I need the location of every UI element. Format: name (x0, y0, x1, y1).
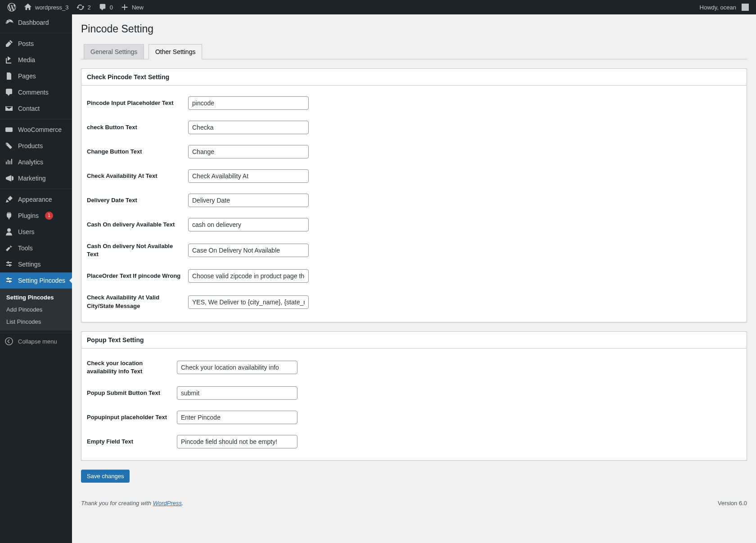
plugins-icon (4, 211, 14, 220)
menu-posts[interactable]: Posts (0, 36, 72, 52)
wordpress-logo-icon (7, 3, 16, 12)
updates-count: 2 (87, 4, 90, 11)
menu-label: Plugins (18, 212, 39, 219)
row-cod-available: Cash On delivery Available Text (87, 213, 741, 237)
input-valid-city-state[interactable] (188, 295, 309, 309)
new-item[interactable]: New (117, 0, 147, 14)
menu-woocommerce[interactable]: WooCommerce (0, 122, 72, 138)
svg-rect-0 (5, 127, 13, 132)
menu-tools[interactable]: Tools (0, 240, 72, 256)
menu-appearance[interactable]: Appearance (0, 191, 72, 208)
tools-icon (4, 244, 14, 253)
label: PlaceOrder Text If pincode Wrong (87, 272, 188, 280)
menu-label: Appearance (18, 196, 52, 203)
account-item[interactable]: Howdy, ocean (696, 0, 752, 14)
input-delivery-date[interactable] (188, 194, 309, 207)
comment-icon (98, 3, 107, 12)
save-button[interactable]: Save changes (81, 470, 130, 483)
row-empty-field: Empty Field Text (87, 430, 741, 454)
content-area: Pincode Setting General Settings Other S… (72, 14, 756, 543)
pages-icon (4, 72, 14, 81)
input-placeorder-wrong[interactable] (188, 269, 309, 283)
input-cod-available[interactable] (188, 218, 309, 231)
menu-comments[interactable]: Comments (0, 84, 72, 100)
comments-count: 0 (110, 4, 113, 11)
input-check-button[interactable] (188, 121, 309, 134)
section-check-pincode-text: Check Pincode Text Setting Pincode Input… (81, 68, 747, 322)
wp-logo-item[interactable] (4, 0, 20, 14)
adminbar-left: wordpress_3 2 0 New (4, 0, 147, 14)
input-popup-submit[interactable] (177, 386, 297, 400)
menu-label: Comments (18, 89, 49, 96)
input-pincode-placeholder[interactable] (188, 96, 309, 110)
label: Empty Field Text (87, 438, 177, 446)
menu-settings[interactable]: Settings (0, 256, 72, 272)
menu-label: Media (18, 56, 35, 63)
submenu-list-pincodes[interactable]: List Pincodes (0, 316, 72, 328)
tab-general-settings[interactable]: General Settings (84, 44, 144, 59)
input-check-availability-at[interactable] (188, 169, 309, 183)
menu-label: Analytics (18, 158, 43, 166)
label: Cash On delivery Not Available Text (87, 242, 188, 258)
row-check-location-info: Check your location availability info Te… (87, 354, 741, 381)
menu-plugins[interactable]: Plugins 1 (0, 208, 72, 224)
menu-label: Marketing (18, 175, 45, 182)
label: check Button Text (87, 123, 188, 131)
menu-label: Setting Pincodes (18, 277, 65, 284)
menu-setting-pincodes[interactable]: Setting Pincodes (0, 272, 72, 289)
row-cod-not-available: Cash On delivery Not Available Text (87, 237, 741, 264)
menu-label: Settings (18, 261, 41, 268)
input-cod-not-available[interactable] (188, 244, 309, 257)
input-popup-input-placeholder[interactable] (177, 411, 297, 424)
submenu-setting-pincodes[interactable]: Setting Pincodes (0, 291, 72, 303)
menu-label: Tools (18, 244, 33, 252)
wordpress-link[interactable]: WordPress (153, 500, 182, 507)
row-placeorder-wrong: PlaceOrder Text If pincode Wrong (87, 264, 741, 288)
label: Cash On delivery Available Text (87, 221, 188, 229)
input-check-location-info[interactable] (177, 361, 297, 374)
menu-label: Products (18, 142, 43, 149)
menu-products[interactable]: Products (0, 138, 72, 154)
footer-thankyou: Thank you for creating with WordPress. (81, 500, 184, 507)
updates-item[interactable]: 2 (72, 0, 94, 14)
input-change-button[interactable] (188, 145, 309, 158)
menu-pages[interactable]: Pages (0, 68, 72, 84)
label: Popup Submit Button Text (87, 389, 177, 397)
label: Popupinput placeholder Text (87, 413, 177, 421)
menu-label: Users (18, 228, 35, 235)
settings-icon (4, 260, 14, 269)
submenu-setting-pincodes: Setting Pincodes Add Pincodes List Pinco… (0, 289, 72, 330)
site-name-text: wordpress_3 (35, 4, 68, 11)
menu-marketing[interactable]: Marketing (0, 170, 72, 186)
row-pincode-placeholder: Pincode Input Placeholder Text (87, 91, 741, 115)
comments-item[interactable]: 0 (94, 0, 117, 14)
thankyou-prefix: Thank you for creating with (81, 500, 153, 507)
site-name-item[interactable]: wordpress_3 (20, 0, 72, 14)
home-icon (23, 3, 32, 12)
adminbar-right: Howdy, ocean (696, 0, 752, 14)
collapse-label: Collapse menu (18, 338, 57, 345)
analytics-icon (4, 158, 14, 167)
menu-label: WooCommerce (18, 126, 62, 133)
menu-dashboard[interactable]: Dashboard (0, 14, 72, 31)
menu-media[interactable]: Media (0, 52, 72, 68)
row-change-button: Change Button Text (87, 140, 741, 164)
media-icon (4, 55, 14, 64)
menu-contact[interactable]: Contact (0, 100, 72, 117)
submenu-add-pincodes[interactable]: Add Pincodes (0, 303, 72, 316)
section-popup-text: Popup Text Setting Check your location a… (81, 331, 747, 461)
update-icon (76, 3, 85, 12)
row-popup-submit: Popup Submit Button Text (87, 381, 741, 405)
menu-users[interactable]: Users (0, 224, 72, 240)
tab-other-settings[interactable]: Other Settings (148, 44, 202, 59)
greeting-text: Howdy, ocean (700, 4, 736, 11)
tab-bar: General Settings Other Settings (81, 44, 747, 59)
svg-point-1 (5, 338, 13, 345)
menu-analytics[interactable]: Analytics (0, 154, 72, 170)
label: Check Availability At Valid City/State M… (87, 294, 188, 310)
collapse-icon (4, 337, 14, 346)
plugins-badge: 1 (45, 212, 53, 219)
collapse-menu[interactable]: Collapse menu (0, 333, 72, 349)
label: Change Button Text (87, 148, 188, 156)
input-empty-field[interactable] (177, 435, 297, 448)
